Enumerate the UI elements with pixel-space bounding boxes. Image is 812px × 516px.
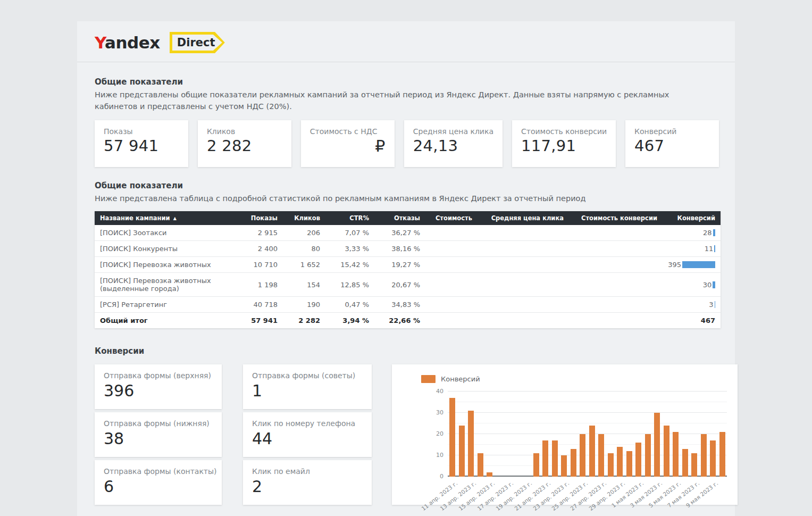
- metric-cell: [425, 225, 478, 241]
- kpi-card-label: Стоимость с НДС: [310, 127, 386, 136]
- chart-bar[interactable]: [608, 453, 614, 477]
- conversions-chart: Конверсий 010203040 11 апр. 2023 г.13 ап…: [392, 364, 738, 505]
- table-section-title: Общие показатели: [95, 181, 719, 190]
- metric-cell: 15,42 %: [325, 257, 374, 273]
- legend-label: Конверсий: [441, 375, 480, 383]
- direct-badge: Direct: [170, 32, 225, 53]
- column-header[interactable]: Кликов: [283, 211, 325, 225]
- chart-bar[interactable]: [459, 426, 465, 477]
- metric-cell: [569, 297, 663, 313]
- conversions-bar: [713, 229, 715, 236]
- chart-bar[interactable]: [710, 440, 716, 477]
- metric-cell: 57 941: [234, 313, 283, 329]
- chart-bar[interactable]: [487, 472, 492, 477]
- column-header[interactable]: Название кампании▲: [95, 211, 234, 225]
- kpi-card: Кликов2 282: [198, 120, 291, 167]
- conversion-card-value: 44: [252, 429, 363, 448]
- metric-cell: 2 282: [283, 313, 325, 329]
- campaign-name-cell: Общий итог: [95, 313, 234, 329]
- column-header[interactable]: Конверсий: [663, 211, 721, 225]
- campaign-name-cell: [ПОИСК] Перевозка животных: [95, 257, 234, 273]
- column-header[interactable]: Стоимость конверсии: [569, 211, 663, 225]
- chart-bar[interactable]: [635, 443, 641, 477]
- metric-cell: 190: [283, 297, 325, 313]
- kpi-card: Конверсий467: [625, 120, 719, 167]
- report-content: Общие показатели Ниже представлены общие…: [77, 62, 735, 505]
- chart-bar[interactable]: [598, 434, 604, 477]
- chart-bar[interactable]: [701, 434, 707, 477]
- metric-cell: 206: [283, 225, 325, 241]
- metric-cell: [425, 313, 478, 329]
- conversions-value: 11: [705, 245, 714, 253]
- conversion-card-label: Отправка формы (контакты): [104, 467, 213, 476]
- kpi-card-label: Конверсий: [634, 127, 710, 136]
- metric-cell: [478, 241, 569, 257]
- kpi-card-currency: ₽: [310, 137, 386, 155]
- chart-bar[interactable]: [478, 453, 483, 477]
- chart-bar[interactable]: [571, 449, 576, 477]
- chart-bar[interactable]: [691, 453, 697, 477]
- metric-cell: 19,27 %: [374, 257, 425, 273]
- metric-cell: [569, 273, 663, 297]
- yandex-logo: Yandex: [95, 33, 160, 52]
- chart-x-axis: 11 апр. 2023 г.13 апр. 2023 г.15 апр. 20…: [448, 477, 727, 502]
- conversions-title: Конверсии: [95, 346, 719, 356]
- metric-cell: 36,27 %: [374, 225, 425, 241]
- chart-bar[interactable]: [449, 398, 455, 477]
- kpi-card: Стоимость с НДС₽: [301, 120, 395, 167]
- metric-cell: 3,33 %: [325, 241, 374, 257]
- metric-cell: 0,47 %: [325, 297, 374, 313]
- chart-bar[interactable]: [468, 411, 474, 477]
- report-page: Yandex Direct Общие показатели Ниже пред…: [0, 0, 812, 516]
- chart-legend: Конверсий: [421, 375, 727, 383]
- kpi-card-value: 57 941: [104, 137, 179, 155]
- chart-bar[interactable]: [664, 426, 669, 477]
- y-axis-tick-label: 0: [425, 473, 443, 480]
- table-row: [ПОИСК] Перевозка животных10 7101 65215,…: [95, 257, 721, 273]
- chart-bar[interactable]: [580, 434, 585, 477]
- metric-cell: 80: [283, 241, 325, 257]
- conversions-bar: [713, 281, 715, 288]
- metric-cell: 22,66 %: [374, 313, 425, 329]
- conversions-area: Отправка формы (верхняя)396Отправка форм…: [95, 364, 719, 505]
- direct-badge-label: Direct: [170, 32, 225, 53]
- campaign-name-cell: [ПОИСК] Зоотакси: [95, 225, 234, 241]
- table-row: [ПОИСК] Перевозка животных (выделенные г…: [95, 273, 721, 297]
- chart-bar[interactable]: [533, 453, 539, 477]
- kpi-card-value: 24,13: [413, 137, 493, 155]
- chart-bar[interactable]: [645, 434, 651, 477]
- metric-cell: [569, 225, 663, 241]
- kpi-card-value: 2 282: [207, 137, 282, 155]
- chart-bar[interactable]: [719, 432, 725, 477]
- chart-bar[interactable]: [654, 413, 660, 477]
- column-header[interactable]: Показы: [234, 211, 283, 225]
- column-header[interactable]: Отказы: [374, 211, 425, 225]
- sort-ascending-icon: ▲: [173, 216, 177, 221]
- column-header[interactable]: Стоимость: [425, 211, 478, 225]
- chart-bar[interactable]: [626, 451, 632, 477]
- chart-bar[interactable]: [617, 447, 623, 477]
- chart-bar[interactable]: [682, 449, 688, 477]
- kpi-card: Стоимость конверсии117,91: [512, 120, 616, 167]
- conversion-card-value: 38: [104, 429, 213, 448]
- conversion-card: Отправка формы (верхняя)396: [95, 364, 222, 409]
- chart-bar[interactable]: [542, 440, 548, 477]
- column-header[interactable]: CTR%: [325, 211, 374, 225]
- table-total-row: Общий итог57 9412 2823,94 %22,66 %467: [95, 313, 721, 329]
- conversions-value: 3: [709, 301, 713, 309]
- chart-bar[interactable]: [561, 455, 567, 477]
- chart-bar[interactable]: [673, 432, 679, 477]
- chart-bar[interactable]: [589, 426, 595, 477]
- conversions-value: 30: [703, 281, 712, 289]
- chart-bar[interactable]: [552, 440, 558, 477]
- conversions-bar: [715, 301, 716, 308]
- table-row: [РСЯ] Ретаргетинг40 7181900,47 %34,83 %3: [95, 297, 721, 313]
- column-header[interactable]: Средняя цена клика: [478, 211, 569, 225]
- metric-cell: 154: [283, 273, 325, 297]
- metric-cell: [478, 257, 569, 273]
- yandex-logo-rest: andex: [105, 33, 160, 52]
- conversions-value: 28: [703, 229, 712, 237]
- conversion-card: Отправка формы (контакты)6: [95, 460, 222, 505]
- overview-title: Общие показатели: [95, 77, 719, 87]
- metric-cell: 40 718: [234, 297, 283, 313]
